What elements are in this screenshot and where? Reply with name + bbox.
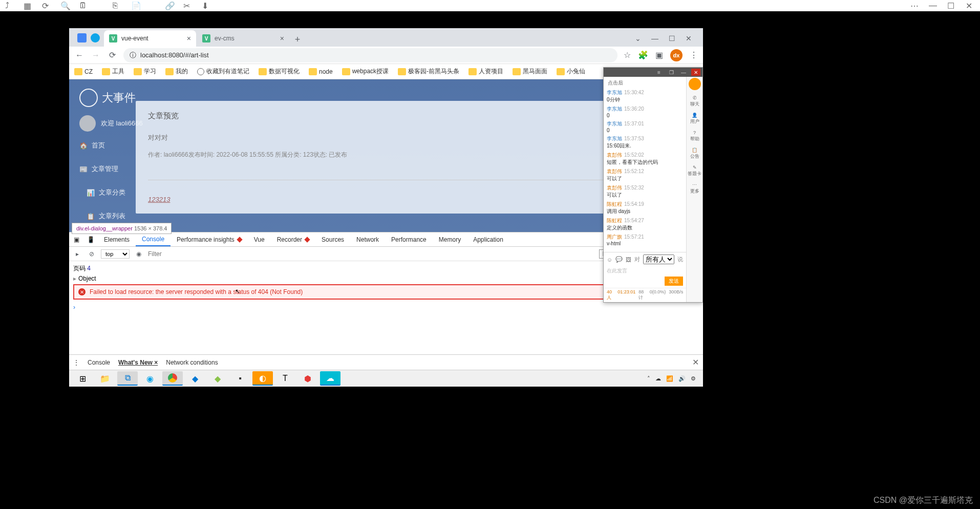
bookmark-item[interactable]: 收藏到有道笔记 [197, 67, 249, 76]
bookmark-item[interactable]: 黑马面面 [513, 67, 547, 76]
chat-restore-icon[interactable]: ❐ [667, 69, 676, 76]
bookmark-star-icon[interactable]: ☆ [624, 50, 631, 60]
os-icon[interactable]: ▦ [24, 1, 33, 10]
new-tab-button[interactable]: + [290, 32, 305, 47]
taskbar-app-red[interactable]: ⬢ [297, 371, 318, 386]
devtools-tab-memory[interactable]: Memory [433, 232, 467, 246]
sidepanel-icon[interactable]: ▣ [655, 50, 663, 60]
drawer-close-icon[interactable]: ✕ [692, 357, 699, 367]
send-button[interactable]: 发送 [665, 277, 683, 286]
devtools-tab-elements[interactable]: Elements [98, 232, 136, 246]
start-button[interactable]: ⊞ [72, 371, 93, 386]
nav-home[interactable]: 🏠 首页 [79, 141, 125, 150]
taskbar-vscode[interactable]: ⧉ [117, 371, 138, 386]
drawer-tab-console[interactable]: Console [88, 359, 110, 366]
chrome-minimize-icon[interactable]: — [651, 34, 658, 43]
drawer-tab-network-conditions[interactable]: Network conditions [166, 359, 218, 366]
my-avatar-icon[interactable] [689, 78, 701, 90]
live-expression-icon[interactable]: ◉ [134, 250, 144, 258]
clear-console-icon[interactable]: ⊘ [87, 250, 97, 258]
devtools-tab-performance[interactable]: Performance [385, 232, 433, 246]
bookmark-item[interactable]: 数据可视化 [259, 67, 300, 76]
reload-button[interactable]: ⟳ [107, 50, 117, 60]
chat-side-chat[interactable]: ✆聊天 [690, 95, 699, 108]
chat-side-help[interactable]: ?帮助 [690, 130, 699, 142]
chat-close-icon[interactable]: ✕ [691, 69, 700, 76]
devtools-tab-application[interactable]: Application [467, 232, 509, 246]
chat-messages[interactable]: 李东旭15:30:420分钟李东旭15:36:200李东旭15:37:010李东… [604, 88, 686, 252]
bookmark-item[interactable]: 人资项目 [468, 67, 503, 76]
os-maximize-icon[interactable]: ☐ [947, 1, 956, 10]
bookmark-item[interactable]: 极客园-前黑马头条 [398, 67, 459, 76]
url-input[interactable]: ⓘ localhost:8080/#/art-list [123, 48, 617, 62]
devtools-tab-perf-insights[interactable]: Performance insights [171, 232, 248, 246]
taskbar-text[interactable]: T [275, 371, 295, 386]
inspect-element-icon[interactable]: ▣ [69, 236, 83, 243]
chat-side-users[interactable]: 👤用户 [690, 113, 699, 125]
drawer-tab-whatsnew[interactable]: What's New × [118, 359, 158, 366]
filter-input[interactable] [148, 250, 250, 258]
context-select[interactable]: top [101, 249, 130, 259]
bookmark-item[interactable]: 工具 [102, 67, 124, 76]
taskbar-explorer[interactable]: 📁 [95, 371, 115, 386]
taskbar-terminal[interactable]: ▪ [230, 371, 250, 386]
back-button[interactable]: ← [74, 50, 84, 60]
os-close-icon[interactable]: ✕ [966, 1, 975, 10]
chrome-maximize-icon[interactable]: ☐ [669, 34, 675, 43]
console-object[interactable]: ▸Object [73, 275, 96, 282]
taskbar-app-orange[interactable]: ◐ [252, 371, 273, 386]
devtools-tab-recorder[interactable]: Recorder [271, 232, 315, 246]
nav-articles[interactable]: 📰 文章管理 [79, 164, 125, 174]
taskbar-edge[interactable]: ◉ [140, 371, 160, 386]
bookmark-item[interactable]: webpack授课 [342, 67, 389, 76]
tab-close-icon[interactable]: × [280, 34, 284, 43]
chrome-dropdown-icon[interactable]: ⌄ [635, 34, 641, 43]
chrome-close-icon[interactable]: ✕ [686, 34, 692, 43]
chat-titlebar[interactable]: ≡ ❐ — ✕ [604, 68, 702, 77]
os-icon[interactable]: ⋯ [910, 1, 920, 10]
os-icon[interactable]: ✂ [183, 1, 193, 10]
console-prompt[interactable]: › [73, 304, 75, 311]
nav-list[interactable]: 📋 文章列表 [79, 211, 125, 221]
bookmark-item[interactable]: node [309, 68, 333, 75]
device-toggle-icon[interactable]: 📱 [83, 236, 98, 243]
chrome-menu-icon[interactable]: ⋮ [690, 50, 698, 60]
tray-volume-icon[interactable]: 🔊 [678, 375, 686, 382]
tray-settings-icon[interactable]: ⚙ [691, 375, 696, 382]
os-icon[interactable]: 🔗 [165, 1, 174, 10]
os-icon[interactable]: ⟳ [42, 1, 51, 10]
devtools-tab-network[interactable]: Network [350, 232, 385, 246]
bookmark-item[interactable]: 小兔仙 [557, 67, 585, 76]
profile-avatar[interactable]: dx [670, 49, 683, 61]
chat-side-notice[interactable]: 📋公告 [690, 147, 699, 160]
tray-expand-icon[interactable]: ˄ [647, 375, 650, 382]
system-tray[interactable]: ˄ ☁ 📶 🔊 ⚙ [647, 375, 700, 382]
sidebar-toggle-icon[interactable]: ▸ [72, 250, 82, 258]
taskbar-chrome[interactable] [162, 371, 183, 386]
chat-min-icon[interactable]: — [679, 69, 688, 76]
emoji-icon[interactable]: ☺ [607, 257, 612, 263]
image-icon[interactable]: 🖼 [626, 257, 631, 263]
browser-tab[interactable]: V ev-cms × [197, 30, 289, 47]
taskbar-app-cyan[interactable]: ☁ [320, 371, 340, 386]
devtools-tab-console[interactable]: Console [136, 232, 171, 246]
taskbar-app[interactable]: ◆ [207, 371, 228, 386]
os-icon[interactable]: 📄 [131, 1, 140, 10]
chat-side-more[interactable]: ⋯更多 [690, 182, 699, 195]
tray-icon[interactable]: ☁ [655, 375, 661, 382]
recipient-select[interactable]: 所有人 [643, 254, 674, 264]
os-icon[interactable]: ⬇ [202, 1, 211, 10]
nav-categories[interactable]: 📊 文章分类 [79, 188, 125, 197]
chat-input[interactable]: 在此发言 [607, 265, 683, 277]
taskbar-app[interactable]: ◆ [185, 371, 205, 386]
attach-icon[interactable]: 💬 [615, 256, 623, 263]
chat-menu-icon[interactable]: ≡ [654, 69, 664, 76]
devtools-tab-sources[interactable]: Sources [315, 232, 350, 246]
os-icon[interactable]: 🗓 [79, 1, 88, 10]
bookmark-item[interactable]: 我的 [165, 67, 188, 76]
tray-wifi-icon[interactable]: 📶 [666, 375, 673, 382]
drawer-menu-icon[interactable]: ⋮ [73, 359, 79, 366]
os-icon[interactable]: 🔍 [60, 1, 70, 10]
tab-close-icon[interactable]: × [187, 34, 191, 43]
os-icon[interactable]: ⎘ [113, 1, 122, 10]
